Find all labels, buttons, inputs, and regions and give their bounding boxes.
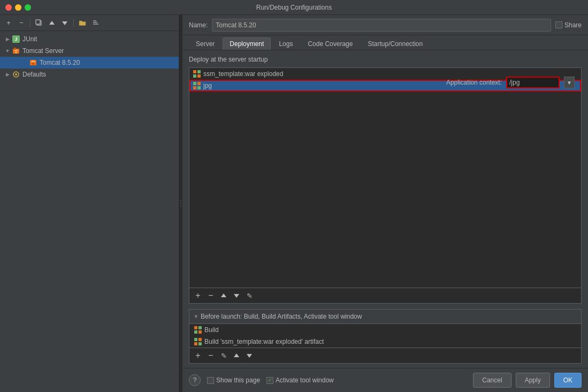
tomcat-server-icon [12,47,20,55]
deploy-list: ssm_template:war exploded jpg [189,68,581,303]
tab-startup-connection[interactable]: Startup/Connection [361,37,430,50]
remove-config-button[interactable]: − [16,18,27,28]
add-config-button[interactable]: + [3,18,14,28]
name-label: Name: [189,21,208,29]
junit-icon: J [12,35,20,43]
move-up-button[interactable] [47,18,57,28]
junit-arrow: ▶ [4,36,11,42]
before-launch-row-artifact[interactable]: Build 'ssm_template:war exploded' artifa… [189,336,581,348]
svg-point-9 [15,51,17,54]
tab-logs[interactable]: Logs [272,37,300,50]
traffic-lights [5,4,31,11]
app-context-dropdown-button[interactable]: ▼ [564,77,575,88]
defaults-label: Defaults [22,71,46,78]
before-launch-row-build[interactable]: Build [189,324,581,336]
build-label: Build [204,326,219,334]
svg-marker-18 [234,294,239,298]
activate-window-label: Activate tool window [276,376,334,384]
junit-label: JUnit [22,35,37,43]
deploy-remove-button[interactable]: − [205,290,216,301]
tab-server[interactable]: Server [189,37,222,50]
svg-rect-1 [36,20,40,24]
tomcat-server-label: Tomcat Server [22,47,64,55]
show-page-label: Show this page [216,376,260,384]
before-launch-edit-button[interactable]: ✎ [218,350,229,361]
before-launch-header: ▼ Before launch: Build, Build Artifacts,… [189,310,581,324]
tomcat-server-arrow: ▼ [4,48,11,54]
toolbar-divider-2 [73,19,74,27]
tomcat-version-icon [29,58,37,67]
share-label: Share [564,21,582,29]
footer-left: ? Show this page ✓ Activate tool window [189,374,334,386]
before-launch-down-button[interactable] [244,350,255,361]
share-checkbox[interactable] [555,21,562,28]
config-toolbar: + − [0,15,179,31]
deploy-down-button[interactable] [231,290,242,301]
toolbar-divider-1 [30,19,30,27]
activate-window-checkbox[interactable]: ✓ [266,377,273,384]
svg-marker-2 [49,21,55,25]
move-down-button[interactable] [59,18,70,28]
app-context-input[interactable] [506,77,560,88]
svg-marker-3 [62,21,67,25]
sort-button[interactable] [90,18,101,28]
deploy-section: Deploy at the server startup [182,50,588,309]
deploy-empty-area [189,92,581,288]
activate-window-area: ✓ Activate tool window [266,376,334,384]
deploy-table-container: ssm_template:war exploded jpg [189,67,582,304]
deploy-header: Deploy at the server startup [189,56,582,63]
svg-marker-19 [234,353,239,357]
title-bar: Run/Debug Configurations [0,0,588,15]
folder-button[interactable] [77,18,88,28]
svg-rect-8 [14,48,16,50]
svg-point-12 [32,63,35,65]
deploy-add-button[interactable]: + [193,290,203,301]
artifact-icon [194,337,202,346]
footer: ? Show this page ✓ Activate tool window … [182,368,588,392]
before-launch-up-button[interactable] [231,350,242,361]
show-page-checkbox[interactable] [207,377,214,384]
before-launch-section: ▼ Before launch: Build, Build Artifacts,… [189,309,582,364]
minimize-button[interactable] [15,4,21,11]
app-context-area: Application context: ▼ [446,77,575,88]
apply-button[interactable]: Apply [516,373,550,388]
war-icon [193,70,201,78]
config-tree: ▶ J JUnit ▼ Tomcat Server [0,31,179,392]
defaults-icon [12,70,20,79]
svg-marker-20 [247,354,252,358]
tree-item-junit[interactable]: ▶ J JUnit [0,33,179,45]
svg-rect-13 [32,60,35,62]
left-panel: + − [0,15,179,392]
name-bar: Name: Share [182,15,588,35]
resize-dots [180,200,181,207]
build-icon [194,326,202,334]
war-label: ssm_template:war exploded [203,70,283,78]
svg-marker-17 [221,293,226,297]
share-area: Share [555,21,582,29]
tomcat-version-label: Tomcat 8.5.20 [40,59,80,66]
ok-button[interactable]: OK [554,373,582,388]
before-launch-add-button[interactable]: + [193,350,203,361]
name-input[interactable] [212,19,551,32]
tree-item-defaults[interactable]: ▶ Defaults [0,69,179,80]
tabs: Server Deployment Logs Code Coverage Sta… [182,35,588,50]
before-launch-remove-button[interactable]: − [205,350,216,361]
defaults-arrow: ▶ [4,71,11,78]
before-launch-toolbar: + − ✎ [189,348,581,363]
deploy-edit-button[interactable]: ✎ [244,290,255,301]
copy-config-button[interactable] [34,18,44,28]
tree-item-tomcat-version[interactable]: ▶ Tomcat 8.5.20 [0,57,179,69]
tab-code-coverage[interactable]: Code Coverage [301,37,360,50]
footer-buttons: Cancel Apply OK [473,373,582,388]
help-button[interactable]: ? [189,374,201,386]
tree-item-tomcat-server[interactable]: ▼ Tomcat Server [0,45,179,57]
window-title: Run/Debug Configurations [256,4,332,11]
deploy-up-button[interactable] [218,290,229,301]
right-panel: Name: Share Server Deployment Logs Code … [182,15,588,392]
cancel-button[interactable]: Cancel [473,373,511,388]
show-page-area: Show this page [207,376,260,384]
close-button[interactable] [5,4,12,11]
artifact-label: Build 'ssm_template:war exploded' artifa… [204,338,324,345]
maximize-button[interactable] [25,4,31,11]
tab-deployment[interactable]: Deployment [223,37,271,50]
